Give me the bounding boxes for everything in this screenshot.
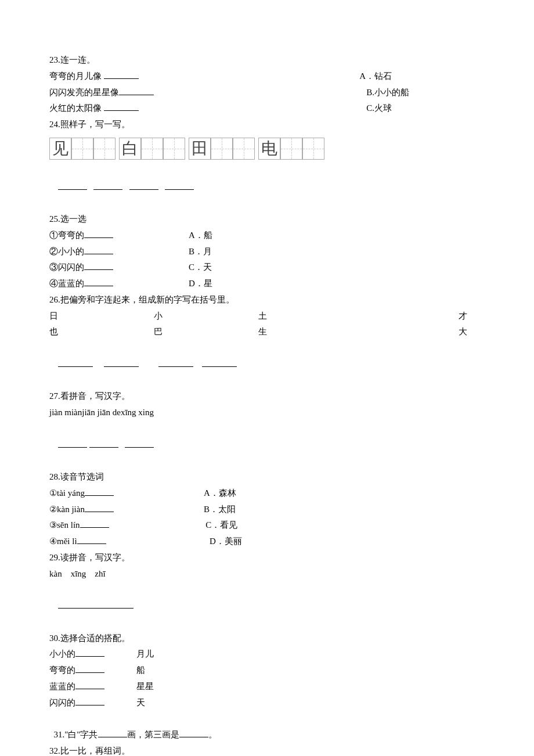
practice-cell[interactable] [280, 138, 302, 160]
q28-title: 28.读音节选词 [49, 469, 485, 485]
q26-blanks [49, 340, 485, 388]
q32-title: 32.比一比，再组词。 [49, 743, 485, 756]
q30-item-0: 小小的月儿 [49, 646, 485, 663]
q30-title: 30.选择合适的搭配。 [49, 631, 485, 647]
q29-pinyin: kàn xīng zhī [49, 566, 485, 582]
q23-title: 23.连一连。 [49, 52, 485, 69]
practice-cell[interactable] [141, 138, 163, 160]
q23-left-0: 弯弯的月儿像 [49, 69, 139, 85]
q27-pinyin: jiàn miànjiān jiān dexīng xing [49, 405, 485, 421]
q31: 31."白"字共画，第三画是。 [49, 711, 485, 743]
practice-cell[interactable] [163, 138, 185, 160]
q24-char-2: 田 [189, 138, 211, 160]
q29-title: 29.读拼音，写汉字。 [49, 550, 485, 566]
q30-item-1: 弯弯的船 [49, 663, 485, 679]
q24-grid: 见 白 田 电 [49, 138, 485, 160]
q28-item-1: ②kàn jiànB．太阳 [49, 502, 485, 518]
q28-item-0: ①tài yángA．森林 [49, 485, 485, 502]
q28-item-3: ④měi lì D．美丽 [49, 534, 485, 550]
q25-item-2: ③闪闪的C．天 [49, 260, 485, 276]
practice-cell[interactable] [93, 138, 116, 160]
q26-row1: 日小土才 [49, 308, 485, 325]
q24-char-0: 见 [49, 138, 71, 160]
q23-row-2: 火红的太阳像 C.火球 [49, 100, 485, 117]
q24-blanks [49, 163, 485, 211]
q25-item-1: ②小小的B．月 [49, 244, 485, 260]
q28-item-2: ③sēn lín C．看见 [49, 517, 485, 534]
q25-item-0: ①弯弯的A．船 [49, 228, 485, 244]
q23-right-0: A．钻石 [359, 69, 485, 85]
q23: 23.连一连。 弯弯的月儿像 A．钻石 闪闪发亮的星星像 B.小小的船 火红的太… [49, 52, 485, 117]
q23-right-1: B.小小的船 [366, 85, 485, 101]
q27-title: 27.看拼音，写汉字。 [49, 388, 485, 405]
q25-title: 25.选一选 [49, 211, 485, 228]
q32: 32.比一比，再组词。 乐西大有 东两天在 [49, 743, 485, 756]
q26: 26.把偏旁和字连起来，组成新的字写在括号里。 日小土才 也巴生大 [49, 292, 485, 389]
practice-cell[interactable] [71, 138, 93, 160]
q27: 27.看拼音，写汉字。 jiàn miànjiān jiān dexīng xi… [49, 388, 485, 469]
q23-row-1: 闪闪发亮的星星像 B.小小的船 [49, 85, 485, 101]
q30-item-2: 蓝蓝的星星 [49, 679, 485, 695]
q25: 25.选一选 ①弯弯的A．船 ②小小的B．月 ③闪闪的C．天 ④蓝蓝的D．星 [49, 211, 485, 292]
q26-title: 26.把偏旁和字连起来，组成新的字写在括号里。 [49, 292, 485, 308]
q24-title: 24.照样子，写一写。 [49, 117, 485, 133]
practice-cell[interactable] [302, 138, 324, 160]
q28: 28.读音节选词 ①tài yángA．森林 ②kàn jiànB．太阳 ③sē… [49, 469, 485, 550]
q24-char-1: 白 [119, 138, 141, 160]
q24: 24.照样子，写一写。 见 白 田 电 [49, 117, 485, 211]
q29: 29.读拼音，写汉字。 kàn xīng zhī [49, 550, 485, 631]
q23-left-1: 闪闪发亮的星星像 [49, 85, 154, 101]
q25-item-3: ④蓝蓝的D．星 [49, 276, 485, 292]
q29-blanks [49, 582, 485, 630]
q30: 30.选择合适的搭配。 小小的月儿 弯弯的船 蓝蓝的星星 闪闪的天 [49, 631, 485, 711]
q30-item-3: 闪闪的天 [49, 695, 485, 711]
q23-right-2: C.火球 [366, 100, 485, 117]
practice-cell[interactable] [211, 138, 233, 160]
practice-cell[interactable] [233, 138, 255, 160]
q24-char-3: 电 [258, 138, 280, 160]
q23-row-0: 弯弯的月儿像 A．钻石 [49, 69, 485, 85]
q27-blanks [49, 421, 485, 469]
q26-row2: 也巴生大 [49, 324, 485, 340]
q23-left-2: 火红的太阳像 [49, 100, 139, 117]
